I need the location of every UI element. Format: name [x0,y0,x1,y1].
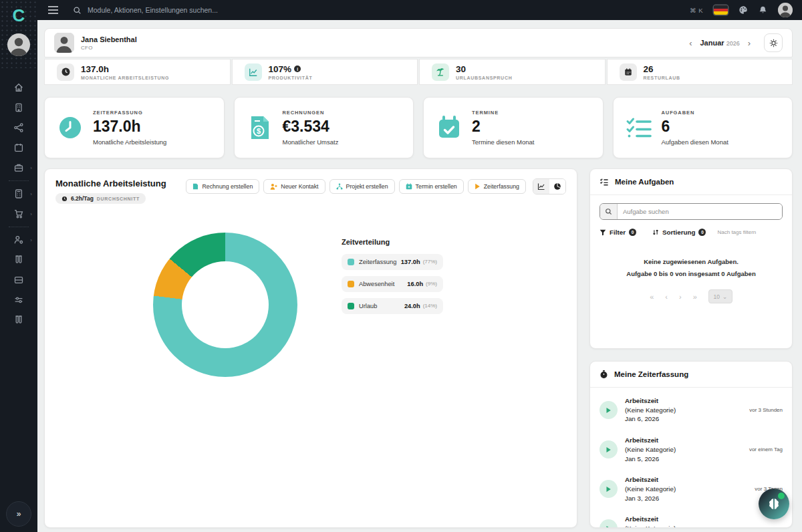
app-logo[interactable]: C [6,4,31,27]
prev-page-button[interactable]: ‹ [665,293,668,301]
next-month-button[interactable]: › [747,38,752,48]
entry-timestamp: vor einem Tag [749,446,783,452]
card-category: AUFGABEN [662,110,728,116]
task-search [599,203,783,220]
invoice-icon: $ [247,114,273,141]
legend-item-urlaub[interactable]: Urlaub 24.0h (14%) [342,298,443,314]
sidebar: C › › › [0,0,37,532]
user-header-card: Jana Siebenthal CFO ‹ Januar 2026 › [44,28,793,57]
avatar-image [7,33,30,56]
global-search-input[interactable] [88,6,368,14]
filter-count-badge: 0 [629,229,636,236]
filter-button[interactable]: Filter 0 [599,229,636,236]
average-caption: DURCHSCHNITT [97,196,140,201]
tasks-empty-state: Keine zugewiesenen Aufgaben. Aufgabe 0 b… [599,256,783,280]
status-dot [778,493,785,499]
sidebar-item-lab-secondary[interactable] [5,310,32,330]
new-contact-button[interactable]: Neuer Kontakt [263,179,325,194]
stat-value: 107% [269,64,292,74]
stat-value: 26 [644,64,680,74]
next-page-button[interactable]: › [679,293,682,301]
dashboard-settings-button[interactable] [764,33,783,52]
sidebar-item-projects[interactable]: › [5,158,32,178]
first-page-button[interactable]: « [650,293,654,301]
card-aufgaben[interactable]: AUFGABEN 6 Aufgaben diesen Monat [613,97,793,158]
tags-filter[interactable]: Nach tags filtern [717,229,756,235]
sidebar-item-modules[interactable] [5,270,32,290]
sidebar-item-home[interactable] [5,78,32,98]
profile-name: Jana Siebenthal [81,35,137,43]
global-search[interactable] [73,6,690,15]
theme-palette-icon[interactable] [739,5,748,15]
calculator-icon [13,188,24,199]
info-icon[interactable]: i [294,65,301,72]
sidebar-item-network[interactable] [5,118,32,138]
year-label: 2026 [726,40,740,47]
language-flag-german[interactable] [714,5,728,15]
user-avatar[interactable] [778,3,793,17]
chevron-down-icon: ⌄ [722,293,727,300]
average-badge: 6.2h/Tag DURCHSCHNITT [55,193,146,204]
timetracking-entry[interactable]: Arbeitszeit (Keine Kategorie) Jan 6, 202… [590,390,792,430]
sidebar-item-settings[interactable] [5,290,32,310]
sidebar-item-calendar[interactable] [5,138,32,158]
chart-type-toggle [533,178,566,194]
sort-button[interactable]: Sortierung 0 [652,229,706,236]
create-project-button[interactable]: Projekt erstellen [329,179,395,194]
timetracking-entry[interactable]: Arbeitszeit (Keine Kategorie) Jan 5, 202… [590,430,792,469]
donut-chart-wrap [153,233,297,377]
user-plus-icon [270,183,277,190]
search-icon [73,6,82,15]
stat-label: RESTURLAUB [644,76,680,80]
play-icon [475,183,481,190]
profile-avatar[interactable] [54,33,74,53]
chevron-right-icon: › [30,191,32,197]
sidebar-item-hr[interactable]: › [5,230,32,250]
legend-item-zeiterfassung[interactable]: Zeiterfassung 137.0h (77%) [342,254,443,270]
play-circle-icon[interactable] [599,519,618,528]
last-page-button[interactable]: » [693,293,697,301]
play-circle-icon[interactable] [599,401,618,419]
main-content: Jana Siebenthal CFO ‹ Januar 2026 › 137.… [37,20,802,532]
sliders-icon [13,295,24,305]
card-rechnungen[interactable]: $ RECHNUNGEN €3.534 Monatlicher Umsatz [234,97,414,158]
chevron-right-icon: › [30,165,32,171]
clock-icon [57,63,74,81]
legend-item-abwesenheit[interactable]: Abwesenheit 16.0h (9%) [342,276,443,292]
play-circle-icon[interactable] [599,440,618,458]
calendar-check-icon [436,114,462,141]
card-category: ZEITERFASSUNG [93,110,166,116]
sidebar-nav: › › › › [5,78,32,330]
share-nodes-icon [13,122,24,133]
sidebar-divider [9,180,29,181]
sort-count-badge: 0 [698,229,706,236]
prev-month-button[interactable]: ‹ [688,38,693,48]
sidebar-item-company[interactable] [5,98,32,118]
chevron-right-icon: › [30,237,32,243]
my-tasks-panel: Meine Aufgaben Filter 0 [589,168,793,349]
notifications-bell-icon[interactable] [759,5,767,15]
stat-vacation-entitlement: 30 URLAUBSANSPRUCH [419,59,606,85]
menu-icon[interactable] [48,6,58,14]
profile-identity: Jana Siebenthal CFO [81,35,137,51]
pie-chart-toggle[interactable] [549,179,565,194]
card-termine[interactable]: TERMINE 2 Termine diesen Monat [423,97,604,158]
line-chart-toggle[interactable] [533,179,549,194]
card-zeiterfassung[interactable]: ZEITERFASSUNG 137.0h Monatliche Arbeitsl… [44,97,225,158]
time-tracking-button[interactable]: Zeiterfassung [468,179,526,194]
page-size-select[interactable]: 10 ⌄ [708,289,732,303]
sidebar-expand-button[interactable]: » [6,501,31,527]
create-appointment-button[interactable]: Termin erstellen [399,179,464,194]
chart-line-icon [245,63,262,81]
hierarchy-icon [336,183,343,190]
play-circle-icon[interactable] [599,480,618,498]
card-subtitle: Monatlicher Umsatz [283,138,339,146]
sidebar-avatar[interactable] [7,33,30,56]
create-invoice-button[interactable]: Rechnung erstellen [186,179,259,194]
sidebar-item-invoices[interactable]: › [5,184,32,204]
assistant-fab[interactable] [759,489,789,519]
month-label: Januar [700,39,724,47]
task-search-input[interactable] [618,204,782,219]
sidebar-item-procurement[interactable]: › [5,204,32,224]
sidebar-item-lab[interactable] [5,250,32,270]
